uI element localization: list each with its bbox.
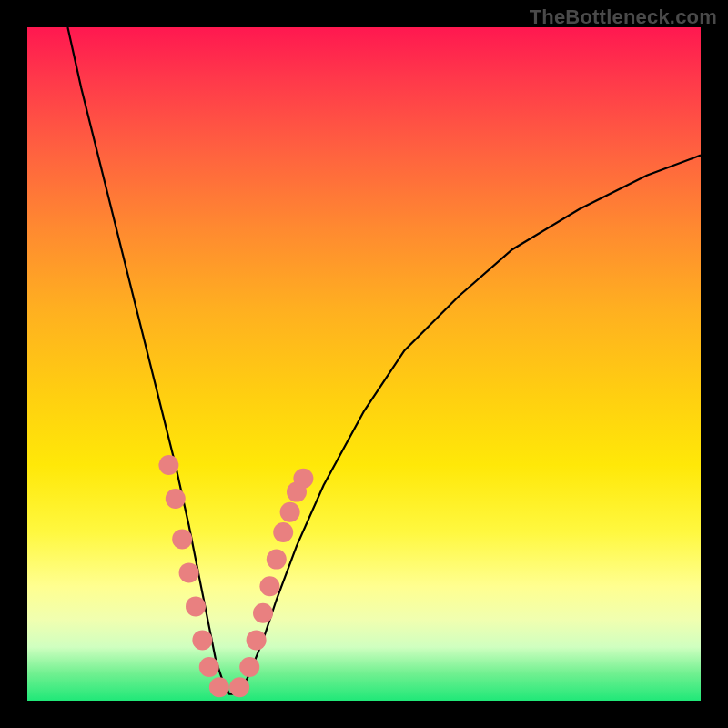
data-marker [267,550,287,570]
data-marker [273,522,293,542]
bottleneck-curve [67,27,701,694]
data-marker [166,489,186,509]
data-marker [158,455,178,475]
data-marker [293,469,313,489]
data-marker [253,603,273,623]
data-marker [172,529,192,549]
data-marker [186,596,206,616]
chart-frame: TheBottleneck.com [0,0,728,728]
data-marker [229,677,249,697]
data-marker [247,630,267,650]
data-marker [280,502,300,522]
data-marker [209,677,229,697]
data-marker [192,630,212,650]
markers-right-cluster [229,469,313,697]
markers-left-cluster [158,455,229,697]
data-marker [239,657,259,677]
attribution-text: TheBottleneck.com [530,5,717,29]
data-marker [259,576,279,596]
data-marker [179,562,199,582]
chart-svg [27,27,701,701]
data-marker [199,657,219,677]
plot-area [27,27,701,701]
